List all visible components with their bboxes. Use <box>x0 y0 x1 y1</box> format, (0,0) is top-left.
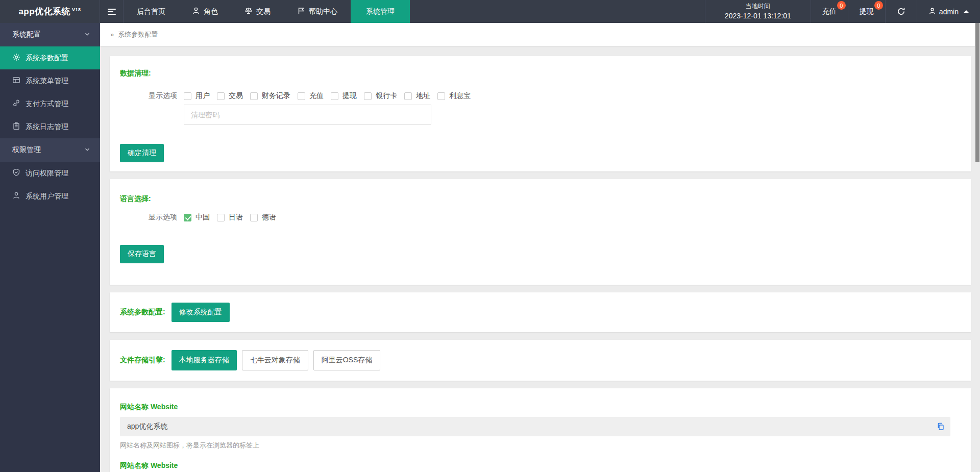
sidebar-item-label: 系统日志管理 <box>26 122 68 132</box>
nav-label: 后台首页 <box>137 7 165 16</box>
scales-icon <box>244 7 253 16</box>
sidebar-item-label: 访问权限管理 <box>26 169 68 178</box>
brand-name: app优化系统 <box>18 6 70 17</box>
checkbox-checked[interactable] <box>184 214 191 221</box>
withdraw-label: 提现 <box>860 7 874 16</box>
refresh-icon[interactable] <box>885 0 917 23</box>
nav-dashboard[interactable]: 后台首页 <box>124 0 179 23</box>
website-name-input[interactable] <box>120 417 950 436</box>
card-title: 文件存储引擎: <box>120 356 165 365</box>
storage-aliyun-oss-button[interactable]: 阿里云OSS存储 <box>313 350 381 370</box>
nav-label: 交易 <box>256 7 271 16</box>
checkbox[interactable] <box>364 92 372 100</box>
checkbox-option-finance[interactable]: 财务记录 <box>250 91 290 101</box>
confirm-clean-button[interactable]: 确定清理 <box>120 144 164 162</box>
withdraw-badge: 0 <box>874 1 883 10</box>
nav-roles[interactable]: 角色 <box>179 0 231 23</box>
scrollbar-track[interactable] <box>975 23 980 472</box>
checkbox[interactable] <box>298 92 305 100</box>
checkbox[interactable] <box>217 92 225 100</box>
field-label: 网站名称 Website <box>120 403 961 412</box>
storage-qiniu-button[interactable]: 七牛云对象存储 <box>242 350 308 370</box>
person-icon <box>928 7 936 16</box>
nav-trades[interactable]: 交易 <box>231 0 284 23</box>
recharge-label: 充值 <box>822 7 837 16</box>
breadcrumb-label: 系统参数配置 <box>118 30 158 39</box>
sidebar-section-permissions[interactable]: 权限管理 <box>0 138 100 162</box>
modify-system-config-button[interactable]: 修改系统配置 <box>172 303 230 322</box>
checkbox[interactable] <box>184 92 191 100</box>
chevron-down-icon <box>84 146 91 155</box>
sidebar-item-label: 系统参数配置 <box>26 54 68 63</box>
sidebar-item-system-params[interactable]: 系统参数配置 <box>0 46 100 69</box>
content-area: 数据清理: 显示选项 用户 交易 财务记录 充值 提现 银行卡 地址 利息宝 <box>100 46 975 472</box>
sidebar-item-label: 系统菜单管理 <box>26 77 68 86</box>
user-name: admin <box>939 8 959 16</box>
copy-icon[interactable] <box>936 421 946 432</box>
data-clean-options: 用户 交易 财务记录 充值 提现 银行卡 地址 利息宝 <box>184 91 471 101</box>
card-website-settings: 网站名称 Website 网站名称及网站图标，将显示在浏览器的标签上 网站名称 … <box>110 388 971 472</box>
chevron-up-icon <box>964 10 969 13</box>
user-menu[interactable]: admin <box>917 0 980 23</box>
card-data-clean: 数据清理: 显示选项 用户 交易 财务记录 充值 提现 银行卡 地址 利息宝 <box>110 56 971 171</box>
options-label: 显示选项 <box>120 91 184 101</box>
chevron-down-icon <box>84 31 91 39</box>
checkbox-option-china[interactable]: 中国 <box>184 213 210 222</box>
card-title: 数据清理: <box>120 69 961 78</box>
app-logo[interactable]: app优化系统 V18 <box>0 0 100 23</box>
checkbox-option-bankcard[interactable]: 银行卡 <box>364 91 397 101</box>
sidebar-item-label: 系统用户管理 <box>26 192 68 201</box>
storage-local-button[interactable]: 本地服务器存储 <box>172 350 237 370</box>
section-label: 系统配置 <box>12 30 41 39</box>
section-label: 权限管理 <box>12 145 41 155</box>
checkbox-option-german[interactable]: 德语 <box>250 213 276 222</box>
checkbox-option-address[interactable]: 地址 <box>404 91 430 101</box>
checkbox-option-withdraw[interactable]: 提现 <box>331 91 357 101</box>
nav-label: 帮助中心 <box>309 7 337 16</box>
checkbox-option-trade[interactable]: 交易 <box>217 91 243 101</box>
sidebar-item-system-menu[interactable]: 系统菜单管理 <box>0 69 100 92</box>
checkbox-option-japanese[interactable]: 日语 <box>217 213 243 222</box>
top-nav: 后台首页 角色 交易 帮助中心 系统管理 <box>124 0 410 23</box>
link-icon <box>12 99 20 109</box>
layout-icon <box>12 76 20 86</box>
sidebar-item-label: 支付方式管理 <box>26 100 68 109</box>
top-bar: app优化系统 V18 后台首页 角色 交易 帮助中心 系统管理 当地时间 20… <box>0 0 980 23</box>
gear-icon <box>12 53 20 63</box>
card-title: 系统参数配置: <box>120 308 165 317</box>
sidebar-item-system-users[interactable]: 系统用户管理 <box>0 185 100 208</box>
sidebar-item-payment-methods[interactable]: 支付方式管理 <box>0 92 100 115</box>
clean-password-input[interactable] <box>184 105 431 125</box>
breadcrumb-arrow: » <box>110 31 114 38</box>
checkbox[interactable] <box>437 92 445 100</box>
checkbox-option-user[interactable]: 用户 <box>184 91 210 101</box>
field-help-text: 网站名称及网站图标，将显示在浏览器的标签上 <box>120 441 961 450</box>
field-label: 网站名称 Website <box>120 461 961 470</box>
checkbox-option-recharge[interactable]: 充值 <box>298 91 324 101</box>
user-icon <box>12 191 20 201</box>
clipboard-icon <box>12 122 20 132</box>
sidebar-item-access-permissions[interactable]: 访问权限管理 <box>0 162 100 185</box>
checkbox-option-interest[interactable]: 利息宝 <box>437 91 471 101</box>
sidebar-section-system-config[interactable]: 系统配置 <box>0 23 100 46</box>
shield-icon <box>12 168 20 178</box>
options-label: 显示选项 <box>120 213 184 222</box>
card-language: 语言选择: 显示选项 中国 日语 德语 保存语言 <box>110 179 971 285</box>
recharge-button[interactable]: 充值 0 <box>811 0 848 23</box>
withdraw-button[interactable]: 提现 0 <box>848 0 885 23</box>
hamburger-icon[interactable] <box>100 0 124 23</box>
person-icon <box>192 7 200 16</box>
checkbox[interactable] <box>331 92 338 100</box>
language-options: 中国 日语 德语 <box>184 213 276 222</box>
scrollbar-thumb[interactable] <box>975 23 979 162</box>
checkbox[interactable] <box>217 214 225 221</box>
checkbox[interactable] <box>250 92 258 100</box>
checkbox[interactable] <box>404 92 412 100</box>
save-language-button[interactable]: 保存语言 <box>120 245 164 263</box>
nav-help-center[interactable]: 帮助中心 <box>284 0 351 23</box>
nav-system-management[interactable]: 系统管理 <box>351 0 410 23</box>
checkbox[interactable] <box>250 214 258 221</box>
time-value: 2023-12-01 13:12:01 <box>725 11 791 21</box>
sidebar-item-system-logs[interactable]: 系统日志管理 <box>0 115 100 138</box>
nav-label: 角色 <box>204 7 218 16</box>
